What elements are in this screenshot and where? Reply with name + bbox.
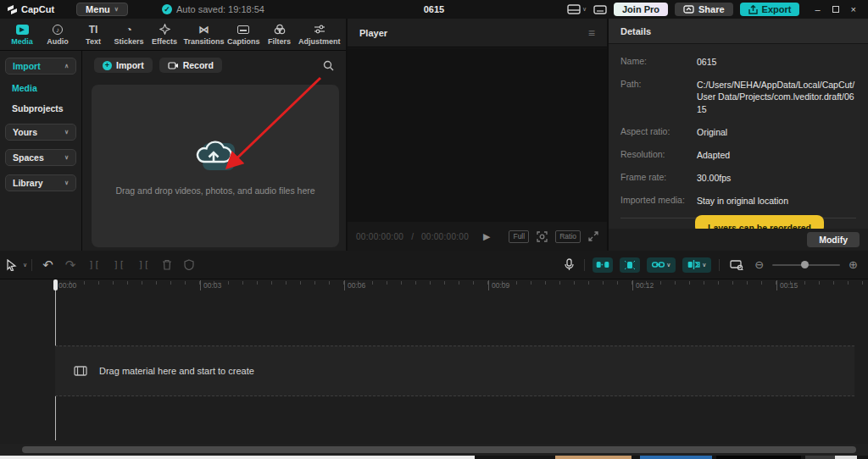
zoom-out-button[interactable]: ⊖ <box>754 258 764 271</box>
minimize-button[interactable]: – <box>815 4 820 14</box>
track-placeholder-text: Drag material here and start to create <box>99 366 254 376</box>
align-tracks-icon <box>687 260 700 269</box>
chevron-down-icon: ∨ <box>64 129 69 135</box>
zoom-in-button[interactable]: ⊕ <box>849 258 858 271</box>
main-track-magnet-toggle[interactable] <box>593 257 613 273</box>
search-icon[interactable] <box>323 60 334 71</box>
microphone-icon <box>565 258 574 271</box>
cover-preview-button[interactable] <box>730 259 743 270</box>
main-track-placeholder[interactable]: Drag material here and start to create <box>55 346 854 396</box>
chevron-down-icon: ∨ <box>64 180 69 186</box>
titlebar: CapCut Menu ∨ ✓ Auto saved: 19:18:54 061… <box>0 0 868 19</box>
timeline-zoom-slider[interactable] <box>772 264 840 266</box>
timecode-current: 00:00:00:00 <box>356 232 403 241</box>
sidebar-item-subprojects[interactable]: Subprojects <box>12 103 76 113</box>
player-panel: Player ≡ 00:00:00:00 / 00:00:00:00 ▶ Ful… <box>348 19 607 251</box>
sidebar-item-spaces[interactable]: Spaces ∨ <box>5 149 76 166</box>
delete-left-button[interactable]: ][ <box>114 259 125 270</box>
ruler-label: 00:00 <box>56 280 76 290</box>
undo-button[interactable]: ↶ <box>42 257 53 273</box>
trash-icon <box>162 259 172 270</box>
share-button[interactable]: Share <box>675 3 733 16</box>
record-voiceover-button[interactable] <box>565 258 574 271</box>
mask-button[interactable] <box>184 259 194 270</box>
redo-button[interactable]: ↷ <box>65 257 76 273</box>
maximize-button[interactable] <box>832 6 839 13</box>
sticker-icon: ◔ <box>125 23 131 36</box>
magnet-icon <box>596 261 609 268</box>
layout-toggle-button[interactable]: ∨ <box>567 4 587 14</box>
sidebar-item-library[interactable]: Library ∨ <box>5 174 76 191</box>
record-button[interactable]: Record <box>159 58 222 73</box>
player-menu-icon[interactable]: ≡ <box>588 26 595 40</box>
timeline-ruler[interactable]: 00:00 00:03 00:06 00:09 00:12 00:15 <box>0 279 868 292</box>
timeline[interactable]: 00:00 00:03 00:06 00:09 00:12 00:15 Drag… <box>0 279 868 444</box>
delete-right-button[interactable]: ][ <box>138 259 149 270</box>
chevron-down-icon: ∨ <box>702 262 706 268</box>
chevron-down-icon: ∨ <box>114 6 119 13</box>
sidebar-item-import[interactable]: Import ∧ <box>5 58 76 75</box>
plus-icon: + <box>103 61 112 70</box>
scrollbar-thumb[interactable] <box>22 446 856 453</box>
select-tool-button[interactable] <box>6 259 17 271</box>
play-button[interactable]: ▶ <box>483 231 490 242</box>
shortcut-panel-button[interactable] <box>593 5 607 14</box>
export-button[interactable]: Export <box>740 3 800 16</box>
preview-strip-icon <box>730 259 743 270</box>
tab-adjustment[interactable]: Adjustment <box>298 19 341 51</box>
frame-preview-icon[interactable] <box>537 231 548 242</box>
media-dropzone[interactable]: Drag and drop videos, photos, and audio … <box>92 85 339 247</box>
ratio-button[interactable]: Ratio <box>555 230 581 243</box>
titlebar-actions: ∨ Join Pro Share Export – × <box>567 3 863 16</box>
zoom-slider-thumb[interactable] <box>801 261 809 268</box>
player-header: Player ≡ <box>348 19 607 47</box>
divider <box>584 259 585 271</box>
check-icon: ✓ <box>162 4 172 14</box>
capcut-window: CapCut Menu ∨ ✓ Auto saved: 19:18:54 061… <box>0 0 868 459</box>
tab-audio[interactable]: ♪ Audio <box>41 19 75 51</box>
detail-row-imported-media: Imported media: Stay in original locatio… <box>620 195 856 207</box>
shield-icon <box>184 259 194 270</box>
close-button[interactable]: × <box>851 4 856 14</box>
join-pro-button[interactable]: Join Pro <box>614 3 668 16</box>
tab-stickers[interactable]: ◔ Stickers <box>112 19 146 51</box>
desktop-edge-strip <box>0 456 868 459</box>
divider <box>31 259 32 271</box>
details-rows: Name: 0615 Path: C:/Users/NEHA/AppData/L… <box>609 44 868 240</box>
ruler-label: 00:06 <box>344 280 365 290</box>
sidebar-item-media[interactable]: Media <box>12 83 76 93</box>
share-icon <box>683 5 694 14</box>
import-button[interactable]: + Import <box>94 58 153 73</box>
menu-button[interactable]: Menu ∨ <box>76 3 128 16</box>
tab-captions[interactable]: Captions <box>226 19 261 51</box>
playhead-handle[interactable] <box>53 279 58 290</box>
split-button[interactable]: ][ <box>88 259 99 270</box>
player-controls: 00:00:00:00 / 00:00:00:00 ▶ Full Ratio <box>348 222 607 251</box>
autosave-text: Auto saved: 19:18:54 <box>176 4 264 14</box>
modify-button[interactable]: Modify <box>807 232 860 247</box>
effects-icon <box>159 23 170 36</box>
tab-filters[interactable]: Filters <box>263 19 297 51</box>
full-quality-button[interactable]: Full <box>509 230 529 243</box>
linked-preview-toggle[interactable]: ∨ <box>647 257 676 273</box>
ripple-edit-toggle[interactable]: ∨ <box>682 257 711 273</box>
media-library-panel: ▶ Media ♪ Audio TI Text ◔ Stickers Effec… <box>0 19 346 251</box>
film-icon <box>74 366 87 376</box>
chevron-down-icon[interactable]: ∨ <box>23 262 27 268</box>
sidebar-item-yours[interactable]: Yours ∨ <box>5 124 76 141</box>
timeline-scrollbar[interactable] <box>0 444 868 456</box>
delete-button[interactable] <box>162 259 172 270</box>
tab-transitions[interactable]: ⋈ Transitions <box>183 19 225 51</box>
chevron-up-icon: ∧ <box>64 63 69 69</box>
keyboard-icon <box>593 5 607 14</box>
divider <box>719 259 720 271</box>
ruler-label: 00:09 <box>488 280 509 290</box>
fullscreen-icon[interactable] <box>588 231 598 241</box>
detail-row-aspect-ratio: Aspect ratio: Original <box>620 126 856 138</box>
auto-snap-toggle[interactable] <box>620 257 640 273</box>
ruler-label: 00:15 <box>776 280 798 290</box>
window-controls: – × <box>815 4 856 14</box>
tab-media[interactable]: ▶ Media <box>5 19 39 51</box>
tab-effects[interactable]: Effects <box>147 19 181 51</box>
tab-text[interactable]: TI Text <box>76 19 110 51</box>
